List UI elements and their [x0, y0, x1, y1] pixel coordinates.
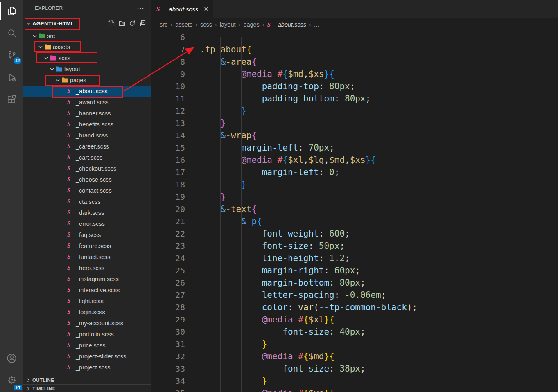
section-outline[interactable]: OUTLINE [23, 376, 151, 384]
tree-file-project-scss[interactable]: S_project.scss [23, 362, 151, 373]
tree-file-award-scss[interactable]: S_award.scss [23, 97, 151, 108]
code-line-28[interactable]: 28 color: var(--tp-common-black); [151, 301, 558, 313]
activity-source-control-icon[interactable]: 42 [0, 44, 23, 66]
code-line-6[interactable]: 6 [151, 31, 558, 43]
tree-file-banner-scss[interactable]: S_banner.scss [23, 108, 151, 119]
tree-item-label: _funfact.scss [76, 254, 111, 260]
line-number: 30 [151, 326, 185, 338]
code-line-10[interactable]: 10 padding-top: 80px; [151, 80, 558, 92]
tree-file-light-scss[interactable]: S_light.scss [23, 295, 151, 306]
more-actions-icon[interactable]: ⋯ [137, 6, 144, 10]
section-timeline[interactable]: TIMELINE [23, 384, 151, 392]
breadcrumb-item-src[interactable]: src [160, 21, 167, 28]
activity-settings-icon[interactable]: HT [0, 369, 23, 391]
code-line-7[interactable]: 7.tp-about{ [151, 43, 558, 56]
tree-folder-pages[interactable]: pages [23, 74, 151, 86]
tree-folder-assets[interactable]: assets [23, 41, 151, 52]
code-line-16[interactable]: 16 @media #{$xl,$lg,$md,$xs}{ [151, 154, 558, 166]
tree-file-feature-scss[interactable]: S_feature.scss [23, 240, 151, 251]
new-folder-icon[interactable] [119, 20, 125, 27]
code-line-8[interactable]: 8 &-area{ [151, 56, 558, 68]
new-file-icon[interactable] [108, 20, 115, 27]
tree-file-funfact-scss[interactable]: S_funfact.scss [23, 251, 151, 262]
sass-icon: S [67, 198, 76, 205]
code-line-13[interactable]: 13 } [151, 117, 558, 129]
tree-file-cta-scss[interactable]: S_cta.scss [23, 196, 151, 207]
activity-explorer-icon[interactable] [0, 0, 23, 22]
code-line-17[interactable]: 17 margin-left: 0; [151, 166, 558, 178]
file-tree: srcassetsscsslayoutpagesS_about.scssS_aw… [23, 30, 151, 376]
code-line-content: font-size: 38px; [185, 363, 366, 375]
tree-file-review-scss[interactable]: S_review.scss [23, 373, 151, 376]
activity-search-icon[interactable] [0, 22, 23, 44]
tree-file-benefits-scss[interactable]: S_benefits.scss [23, 119, 151, 130]
tree-file-dark-scss[interactable]: S_dark.scss [23, 207, 151, 218]
code-line-20[interactable]: 20 &-text{ [151, 203, 558, 215]
tree-file-cart-scss[interactable]: S_cart.scss [23, 152, 151, 163]
sass-icon: S [67, 132, 76, 138]
code-line-content: font-size: 40px; [185, 326, 366, 338]
code-line-25[interactable]: 25 margin-right: 60px; [151, 264, 558, 277]
code-line-content: @media #{$md,$xs}{ [185, 68, 334, 80]
tree-file-my-account-scss[interactable]: S_my-account.scss [23, 318, 151, 329]
code-line-27[interactable]: 27 letter-spacing: -0.06em; [151, 289, 558, 301]
refresh-icon[interactable] [129, 20, 136, 27]
explorer-actions [108, 20, 151, 27]
tree-item-label: _award.scss [76, 99, 109, 106]
tree-file-career-scss[interactable]: S_career.scss [23, 141, 151, 152]
tree-file-choose-scss[interactable]: S_choose.scss [23, 174, 151, 185]
sass-icon: S [67, 309, 76, 315]
activity-extensions-icon[interactable] [0, 88, 23, 110]
code-line-18[interactable]: 18 } [151, 178, 558, 191]
breadcrumb-item-pages[interactable]: pages [243, 21, 260, 28]
tree-folder-layout[interactable]: layout [23, 63, 151, 74]
code-line-29[interactable]: 29 @media #{$xl}{ [151, 313, 558, 326]
code-line-12[interactable]: 12 } [151, 105, 558, 117]
tree-file-portfolio-scss[interactable]: S_portfolio.scss [23, 329, 151, 340]
tree-file-about-scss[interactable]: S_about.scss [23, 86, 151, 97]
tree-file-project-slider-scss[interactable]: S_project-slider.scss [23, 351, 151, 362]
code-line-22[interactable]: 22 font-weight: 600; [151, 228, 558, 240]
tab-about-scss[interactable]: S _about.scss × [151, 0, 213, 18]
workspace-root[interactable]: AGENTIX-HTML [23, 17, 151, 29]
tree-file-faq-scss[interactable]: S_faq.scss [23, 229, 151, 240]
code-line-31[interactable]: 31 } [151, 338, 558, 350]
code-line-33[interactable]: 33 font-size: 38px; [151, 363, 558, 375]
breadcrumb-item-about-scss[interactable]: S_about.scss [267, 21, 306, 28]
close-icon[interactable]: × [204, 5, 208, 13]
code-line-26[interactable]: 26 margin-bottom: 80px; [151, 277, 558, 289]
tree-file-checkout-scss[interactable]: S_checkout.scss [23, 163, 151, 174]
tree-file-login-scss[interactable]: S_login.scss [23, 306, 151, 318]
code-line-23[interactable]: 23 font-size: 50px; [151, 240, 558, 252]
code-line-34[interactable]: 34 } [151, 375, 558, 387]
tree-folder-src[interactable]: src [23, 30, 151, 41]
activity-accounts-icon[interactable] [0, 347, 23, 369]
code-line-24[interactable]: 24 line-height: 1.2; [151, 252, 558, 264]
code-line-9[interactable]: 9 @media #{$md,$xs}{ [151, 68, 558, 80]
code-line-11[interactable]: 11 padding-bottom: 80px; [151, 92, 558, 105]
code-line-30[interactable]: 30 font-size: 40px; [151, 326, 558, 338]
code-line-15[interactable]: 15 margin-left: 70px; [151, 142, 558, 154]
breadcrumb-item-layout[interactable]: layout [220, 21, 236, 28]
code-line-32[interactable]: 32 @media #{$md}{ [151, 350, 558, 363]
tree-file-hero-scss[interactable]: S_hero.scss [23, 262, 151, 273]
tree-file-error-scss[interactable]: S_error.scss [23, 218, 151, 229]
sass-icon: S [67, 232, 76, 238]
tree-file-instagram-scss[interactable]: S_instagram.scss [23, 273, 151, 284]
collapse-folders-icon[interactable] [139, 20, 146, 27]
tree-file-interactive-scss[interactable]: S_interactive.scss [23, 284, 151, 295]
tree-file-price-scss[interactable]: S_price.scss [23, 340, 151, 351]
code-editor[interactable]: 67.tp-about{8 &-area{9 @media #{$md,$xs}… [151, 31, 558, 392]
code-line-21[interactable]: 21 & p{ [151, 215, 558, 228]
code-line-19[interactable]: 19 } [151, 191, 558, 203]
tree-folder-scss[interactable]: scss [23, 52, 151, 63]
code-line-14[interactable]: 14 &-wrap{ [151, 129, 558, 142]
tree-file-contact-scss[interactable]: S_contact.scss [23, 185, 151, 196]
breadcrumb-item-assets[interactable]: assets [175, 21, 192, 28]
code-line-35[interactable]: 35 @media #{$xs}{ [151, 387, 558, 392]
tree-file-brand-scss[interactable]: S_brand.scss [23, 130, 151, 141]
breadcrumb-item-[interactable]: ... [314, 21, 319, 28]
activity-run-and-debug-icon[interactable] [0, 66, 23, 88]
breadcrumb-item-scss[interactable]: scss [200, 21, 212, 28]
code-line-content: font-size: 50px; [185, 240, 345, 252]
